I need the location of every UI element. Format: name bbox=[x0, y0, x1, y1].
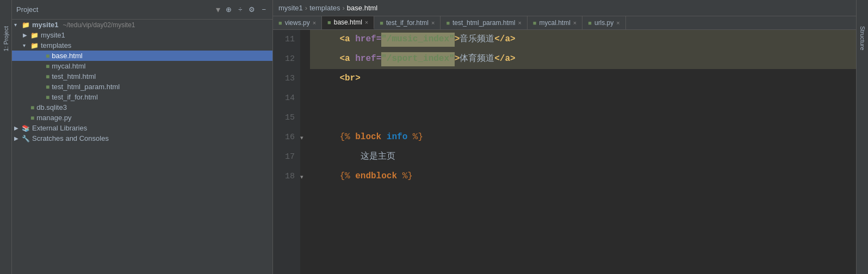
tab-test-html-param[interactable]: ■ test_html_param.html × bbox=[441, 16, 527, 29]
fold-icon-16[interactable]: ▾ bbox=[300, 134, 303, 141]
tab-close-icon[interactable]: × bbox=[365, 19, 368, 26]
gutter-17 bbox=[300, 147, 310, 167]
fold-gutter: ▾ ▾ bbox=[300, 30, 310, 274]
line-num-14: 14 bbox=[273, 89, 300, 108]
base-html-label: base.html bbox=[52, 52, 82, 60]
tab-views-py[interactable]: ■ views.py × bbox=[273, 16, 322, 29]
gutter-11 bbox=[300, 30, 310, 49]
tab-close-icon[interactable]: × bbox=[573, 20, 576, 26]
db-sqlite3-label: db.sqlite3 bbox=[36, 103, 67, 111]
tab-close-icon[interactable]: × bbox=[431, 20, 435, 26]
block-open-16a: {% bbox=[339, 130, 350, 145]
line-numbers: 11 12 13 14 15 16 17 18 bbox=[273, 30, 300, 274]
code-line-15 bbox=[310, 108, 856, 128]
attr-href-12: href= bbox=[355, 52, 381, 66]
tab-close-icon[interactable]: × bbox=[518, 20, 521, 26]
text-sport-12: 体育频道 bbox=[460, 52, 494, 66]
scratches-label: Scratches and Consoles bbox=[32, 134, 109, 142]
tree-test-html[interactable]: ■ test_html.html bbox=[12, 71, 272, 82]
breadcrumb-sep-1: › bbox=[305, 4, 307, 12]
indent-16 bbox=[319, 130, 339, 145]
scratches-icon: 🔧 bbox=[22, 135, 30, 142]
code-line-12: <a href="/sport_index">体育频道</a> bbox=[310, 49, 856, 69]
tree-templates-folder[interactable]: ▾ 📁 templates bbox=[12, 40, 272, 51]
arrow-down-icon: ▾ bbox=[14, 22, 22, 28]
arrow-right-icon: ▶ bbox=[14, 125, 22, 131]
tab-test-if-for[interactable]: ■ test_if_for.html × bbox=[374, 16, 441, 29]
tab-mycal-html[interactable]: ■ mycal.html × bbox=[528, 16, 582, 29]
collapse-icon[interactable]: − bbox=[259, 4, 268, 15]
tree-scratches-consoles[interactable]: ▶ 🔧 Scratches and Consoles bbox=[12, 133, 272, 144]
editor-area: mysite1 › templates › base.html ■ views.… bbox=[273, 0, 856, 274]
str-sport-12: "/sport_index" bbox=[381, 52, 454, 66]
arrow-right-icon: ▶ bbox=[14, 135, 22, 141]
tag-a-end-12: </a> bbox=[494, 52, 515, 66]
text-music-11: 音乐频道 bbox=[460, 33, 494, 47]
breadcrumb-base-html[interactable]: base.html bbox=[347, 4, 377, 12]
sidebar-title: Project bbox=[16, 5, 213, 14]
add-icon[interactable]: ⊕ bbox=[224, 4, 234, 15]
settings-icon[interactable]: ⚙ bbox=[246, 4, 257, 15]
tree-external-libraries[interactable]: ▶ 📚 External Libraries bbox=[12, 123, 272, 133]
structure-panel[interactable]: Structure bbox=[856, 0, 868, 274]
tree-mysite1-subfolder[interactable]: ▶ 📁 mysite1 bbox=[12, 30, 272, 40]
tab-urls-py[interactable]: ■ urls.py × bbox=[582, 16, 625, 29]
html-tab-icon: ■ bbox=[327, 19, 331, 26]
tab-urls-py-label: urls.py bbox=[594, 19, 613, 27]
tree-manage-py[interactable]: ■ manage.py bbox=[12, 113, 272, 123]
html-tab-icon: ■ bbox=[446, 20, 450, 26]
tree-db-sqlite3[interactable]: ■ db.sqlite3 bbox=[12, 102, 272, 113]
code-content[interactable]: <a href="/music_index">音乐频道</a> <a href=… bbox=[310, 30, 856, 274]
html-tab-icon: ■ bbox=[533, 20, 537, 26]
html-file-icon: ■ bbox=[46, 73, 49, 80]
indent-11 bbox=[319, 33, 339, 47]
tag-br-13: <br> bbox=[339, 72, 360, 86]
gutter-13 bbox=[300, 69, 310, 89]
line-num-15: 15 bbox=[273, 108, 300, 128]
breadcrumb-templates[interactable]: templates bbox=[309, 4, 340, 12]
split-icon[interactable]: ÷ bbox=[236, 4, 244, 15]
line-num-16: 16 bbox=[273, 128, 300, 147]
manage-py-label: manage.py bbox=[36, 114, 71, 122]
tree-mycal-html[interactable]: ■ mycal.html bbox=[12, 61, 272, 71]
tab-base-html[interactable]: ■ base.html × bbox=[322, 16, 374, 29]
structure-label[interactable]: Structure bbox=[857, 22, 868, 55]
tab-test-html-param-label: test_html_param.html bbox=[452, 19, 515, 27]
tree-root-mysite1[interactable]: ▾ 📁 mysite1 ~/tedu/vip/day02/mysite1 bbox=[12, 20, 272, 30]
str-music-11: "/music_index" bbox=[381, 33, 454, 47]
sidebar-header-icons: ⊕ ÷ ⚙ − bbox=[224, 4, 268, 15]
project-panel-tab[interactable]: 1: Project bbox=[0, 0, 12, 274]
editor-tabs: ■ views.py × ■ base.html × ■ test_if_for… bbox=[273, 16, 856, 30]
mycal-html-label: mycal.html bbox=[52, 62, 85, 70]
python-file-icon: ■ bbox=[30, 114, 34, 122]
indent-18 bbox=[319, 170, 339, 184]
gutter-14 bbox=[300, 89, 310, 108]
fold-icon-18[interactable]: ▾ bbox=[300, 173, 303, 180]
tag-a-open-11: <a bbox=[339, 33, 355, 47]
tree-test-html-param[interactable]: ■ test_html_param.html bbox=[12, 82, 272, 92]
line-num-13: 13 bbox=[273, 69, 300, 89]
tree-test-if-for[interactable]: ■ test_if_for.html bbox=[12, 92, 272, 102]
line-num-18: 18 bbox=[273, 167, 300, 186]
test-html-param-label: test_html_param.html bbox=[52, 83, 120, 91]
tab-close-icon[interactable]: × bbox=[313, 20, 316, 26]
keyword-block-16: block bbox=[350, 130, 387, 145]
gutter-15 bbox=[300, 108, 310, 128]
sidebar-header: Project ▾ ⊕ ÷ ⚙ − bbox=[12, 0, 272, 20]
library-icon: 📚 bbox=[22, 124, 30, 132]
block-close-16: %} bbox=[407, 130, 423, 145]
indent-17 bbox=[319, 150, 361, 164]
project-sidebar: Project ▾ ⊕ ÷ ⚙ − ▾ 📁 mysite1 ~/tedu/vip… bbox=[12, 0, 273, 274]
text-homepage-17: 这是主页 bbox=[361, 150, 395, 164]
tab-close-icon[interactable]: × bbox=[616, 20, 619, 26]
folder-icon: 📁 bbox=[30, 32, 39, 39]
tree-base-html[interactable]: ■ base.html bbox=[12, 51, 272, 61]
test-html-label: test_html.html bbox=[52, 72, 96, 80]
breadcrumb: mysite1 › templates › base.html bbox=[273, 0, 856, 16]
tag-close-12: > bbox=[455, 52, 460, 66]
breadcrumb-mysite1[interactable]: mysite1 bbox=[278, 4, 303, 12]
line-num-17: 17 bbox=[273, 147, 300, 167]
vert-tab-label[interactable]: 1: Project bbox=[1, 22, 11, 55]
code-line-17: 这是主页 bbox=[310, 147, 856, 167]
code-editor[interactable]: 11 12 13 14 15 16 17 18 ▾ ▾ bbox=[273, 30, 856, 274]
